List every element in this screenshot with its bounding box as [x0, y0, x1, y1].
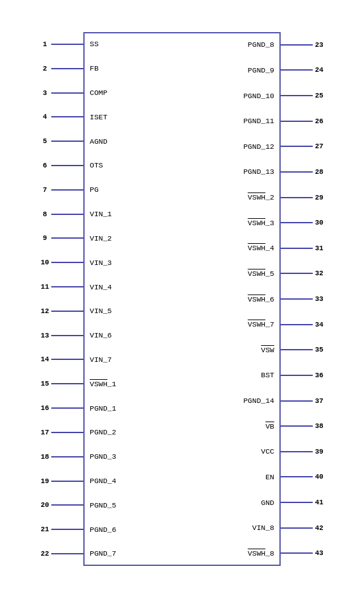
pin-line [51, 214, 83, 215]
pin-number: 22 [38, 550, 51, 558]
pin-number: 38 [313, 422, 326, 430]
label-row-left: VIN_7 [85, 348, 116, 372]
pin-label: PGND_5 [90, 501, 116, 509]
label-row-left: VIN_3 [85, 250, 116, 275]
label-row-left: FB [85, 56, 116, 81]
label-row-left: VIN_4 [85, 275, 116, 299]
pin-line [281, 222, 313, 223]
pin-row-right: 40 [281, 465, 326, 490]
pin-number: 15 [38, 380, 51, 388]
pin-label: VB [265, 422, 274, 431]
pin-line [51, 529, 83, 530]
pin-number: 4 [38, 113, 51, 121]
pin-label: VSWH_2 [248, 193, 274, 201]
pin-line [51, 504, 83, 506]
pin-line [281, 502, 313, 503]
pin-line [51, 44, 83, 45]
label-row-left: PGND_4 [85, 469, 116, 493]
pin-row-right: 41 [281, 490, 326, 515]
pin-label: VSWH_4 [248, 244, 274, 252]
pin-row-left: 11 [38, 275, 83, 299]
pin-label: VSWH_6 [248, 295, 274, 303]
pin-label: VIN_5 [90, 307, 112, 315]
pin-row-right: 26 [281, 108, 326, 134]
pin-label: VIN_2 [90, 234, 112, 243]
pin-number: 28 [313, 168, 326, 176]
label-row-left: PGND_1 [85, 396, 116, 420]
pin-label: BST [261, 371, 274, 379]
label-row-left: COMP [85, 81, 116, 105]
label-row-left: AGND [85, 129, 116, 153]
pin-row-right: 29 [281, 185, 326, 210]
pin-label: VSWH_1 [90, 380, 116, 388]
pin-label: EN [265, 473, 274, 481]
pin-number: 19 [38, 477, 51, 485]
pin-row-right: 36 [281, 363, 326, 388]
labels-right: PGND_8PGND_9PGND_10PGND_11PGND_12PGND_13… [244, 32, 279, 566]
pin-number: 14 [38, 355, 51, 363]
pin-number: 34 [313, 321, 326, 329]
pin-number: 29 [313, 194, 326, 201]
pin-row-right: 24 [281, 58, 326, 83]
pin-label: PGND_11 [244, 117, 274, 125]
pin-row-left: 8 [38, 202, 83, 226]
pin-number: 35 [313, 346, 326, 354]
label-row-right: GND [244, 490, 279, 515]
pin-line [281, 349, 313, 350]
label-row-left: PGND_5 [85, 493, 116, 517]
pin-number: 24 [313, 66, 326, 74]
pin-row-left: 1 [38, 32, 83, 56]
pin-line [51, 165, 83, 166]
pin-number: 30 [313, 219, 326, 226]
pin-row-left: 20 [38, 493, 83, 517]
pin-line [51, 92, 83, 94]
label-row-left: PG [85, 178, 116, 202]
pin-line [51, 262, 83, 263]
pin-row-left: 3 [38, 81, 83, 105]
label-row-left: OTS [85, 153, 116, 178]
pin-label: SS [90, 40, 99, 48]
pin-label: PGND_14 [244, 397, 274, 405]
pin-row-right: 37 [281, 388, 326, 414]
label-row-right: PGND_13 [244, 159, 279, 185]
pin-line [51, 286, 83, 287]
pin-line [51, 553, 83, 554]
pin-line [51, 237, 83, 239]
pin-label: VSWH_3 [248, 219, 274, 227]
pin-label: VSWH_7 [248, 320, 274, 329]
pin-row-left: 18 [38, 445, 83, 469]
pin-line [51, 68, 83, 69]
pin-row-left: 7 [38, 178, 83, 202]
pin-number: 3 [38, 89, 51, 97]
pin-label: FB [90, 64, 99, 73]
pin-line [281, 425, 313, 427]
pin-line [51, 407, 83, 409]
pin-row-right: 31 [281, 235, 326, 261]
label-row-right: VSWH_2 [244, 185, 279, 210]
pin-number: 36 [313, 372, 326, 379]
label-row-left: SS [85, 32, 116, 56]
label-row-right: BST [244, 363, 279, 388]
pin-number: 12 [38, 307, 51, 315]
pin-number: 2 [38, 65, 51, 73]
pin-label: VIN_3 [90, 259, 112, 267]
pin-label: PGND_13 [244, 167, 274, 176]
pin-line [51, 189, 83, 191]
pin-number: 31 [313, 244, 326, 252]
pin-line [281, 451, 313, 452]
pin-row-left: 9 [38, 226, 83, 251]
pin-line [281, 95, 313, 96]
pin-row-right: 33 [281, 286, 326, 312]
pin-label: PGND_12 [244, 142, 274, 151]
pin-line [281, 375, 313, 376]
pin-number: 17 [38, 429, 51, 436]
pin-number: 23 [313, 41, 326, 49]
label-row-right: VSWH_5 [244, 261, 279, 287]
pin-row-right: 23 [281, 32, 326, 58]
pin-row-right: 34 [281, 312, 326, 337]
pin-number: 26 [313, 117, 326, 125]
pin-label: GND [261, 499, 274, 507]
label-row-right: VSWH_6 [244, 286, 279, 312]
pin-row-left: 5 [38, 129, 83, 153]
pin-number: 8 [38, 210, 51, 218]
